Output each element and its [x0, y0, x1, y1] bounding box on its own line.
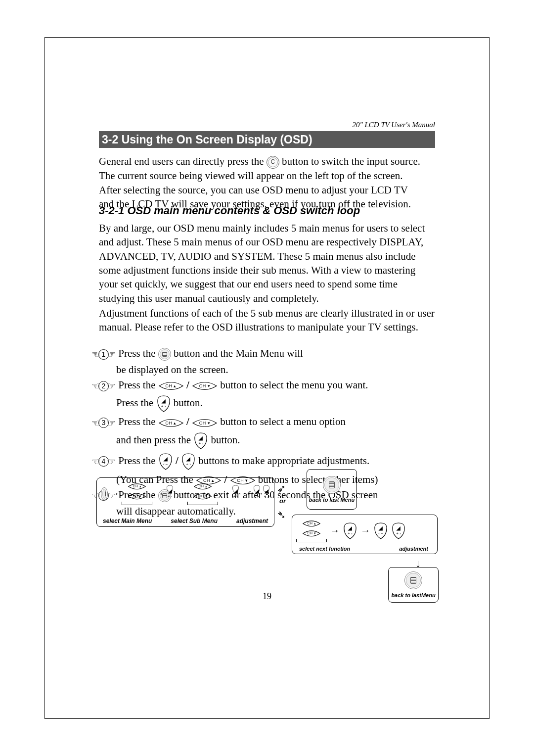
label-select-sub: select Sub Menu: [171, 518, 218, 524]
flow-arrow-up-icon: ➶: [277, 482, 286, 495]
text: button to switch the input source.: [282, 155, 420, 167]
section-heading-bar: 3-2 Using the On Screen Display (OSD): [99, 131, 435, 148]
step-1: ☜ 1 ☞ Press the button and the Main Menu…: [91, 347, 438, 376]
arrow-right-icon: →: [360, 525, 370, 536]
running-header: 20" LCD TV User's Manual: [99, 121, 435, 129]
step-bullet-3: ☜3☞: [91, 417, 116, 429]
ch-down-button-icon: CH ▾: [192, 418, 218, 428]
menu-button-icon: [323, 476, 341, 494]
ch-down-button-icon: CH ▾: [302, 529, 320, 537]
arrow-right-icon: →: [110, 488, 120, 499]
vol-up-button-icon: ◢+ ›: [343, 522, 357, 540]
text: be displayed on the screen.: [91, 364, 438, 376]
vol-down-button-icon: ◢‹ −: [373, 522, 388, 540]
text: Press the: [118, 454, 155, 466]
text: button and the Main Menu will: [174, 347, 303, 359]
ch-up-button-icon: CH ▴: [158, 380, 184, 391]
vol-up-button-icon: ◢+ ›: [232, 485, 239, 503]
slash: /: [186, 416, 189, 427]
menu-button-icon: [404, 571, 422, 589]
arrow-right-icon: →: [154, 488, 164, 499]
vol-up-button-icon: ◢+ ›: [263, 485, 270, 503]
text: button to select the menu you want.: [220, 379, 368, 391]
step-bullet-1: ☜ 1 ☞: [91, 348, 116, 360]
label-adjustment: adjustment: [399, 546, 428, 552]
hand-head-icon: ☞: [107, 348, 116, 360]
page: 20" LCD TV User's Manual 3-2 Using the O…: [0, 0, 534, 756]
arrow-right-icon: →: [176, 488, 185, 499]
text: Press the: [118, 379, 155, 391]
ch-up-button-icon: CH ▴: [128, 482, 146, 490]
text: General end users can directly press the: [99, 155, 264, 167]
ch-down-button-icon: CH ▾: [193, 492, 212, 500]
text: button.: [174, 397, 203, 409]
intro-paragraph: General end users can directly press the…: [99, 154, 435, 211]
arrow-right-icon: →: [220, 488, 230, 499]
text: button.: [211, 433, 240, 445]
source-button-icon: [267, 156, 279, 169]
body-paragraph-1: By and large, our OSD menu mainly includ…: [99, 221, 435, 305]
vol-up-button-icon: ◢+ ›: [193, 432, 208, 450]
body-paragraph-2: Adjustment functions of each of the 5 su…: [99, 306, 435, 334]
text: After selecting the source, you can use …: [99, 184, 408, 196]
arrow-right-icon: →: [330, 525, 340, 536]
slash: /: [176, 454, 178, 466]
text: Press the: [118, 416, 155, 427]
back-to-last-box: back to last Menu: [307, 469, 357, 510]
menu-button-icon: [158, 348, 171, 361]
label-or: or: [279, 497, 286, 505]
text: The current source being viewed will app…: [99, 170, 403, 182]
ch-down-button-icon: CH ▾: [128, 492, 146, 500]
step-bullet-2: ☜2☞: [91, 380, 116, 392]
slash: /: [186, 379, 189, 391]
osd-flow-diagram-main: → CH ▴ CH ▾ → ◢+ › →: [96, 477, 274, 527]
step-3: ☜3☞ Press the CH ▴ / CH ▾ button to sele…: [91, 416, 438, 449]
vol-down-button-icon: ◢‹ −: [158, 453, 173, 471]
menu-button-icon: [101, 487, 108, 500]
vol-up-button-icon: ◢+ ›: [156, 395, 171, 413]
label-adjustment: adjustment: [236, 518, 268, 524]
label-back-last: back to last Menu: [309, 497, 355, 503]
subsection-heading: 3-2-1 OSD main menu contents & OSD switc…: [99, 204, 435, 217]
arrow-right-icon: →: [241, 488, 251, 499]
ch-down-button-icon: CH ▾: [192, 380, 218, 391]
select-next-box: CH ▴ CH ▾ → ◢+ › → ◢‹ −: [292, 515, 438, 554]
label-select-next: select next function: [299, 546, 350, 552]
vol-up-button-icon: ◢+ ›: [181, 453, 196, 471]
flow-arrow-down-icon: ➶: [277, 509, 286, 521]
page-number: 19: [0, 591, 534, 602]
text: button to select a menu option: [220, 416, 346, 427]
vol-up-button-icon: ◢+ ›: [391, 522, 406, 540]
text: buttons to make appropriate adjustments.: [198, 454, 369, 466]
text: Press the: [118, 347, 155, 359]
step-bullet-4: ☜4☞: [91, 456, 116, 468]
ch-up-button-icon: CH ▴: [193, 482, 212, 490]
ch-up-button-icon: CH ▴: [302, 520, 320, 527]
text: Press the: [116, 397, 153, 409]
vol-up-button-icon: ◢+ ›: [166, 485, 174, 503]
text: and then press the: [116, 433, 191, 445]
label-select-main: select Main Menu: [103, 518, 152, 524]
osd-flow-diagram-alt: back to last Menu CH ▴ CH ▾ →: [292, 469, 438, 583]
vol-down-button-icon: ◢‹ −: [253, 485, 261, 503]
step-2: ☜2☞ Press the CH ▴ / CH ▾ button to sele…: [91, 379, 438, 413]
ch-up-button-icon: CH ▴: [158, 418, 184, 428]
